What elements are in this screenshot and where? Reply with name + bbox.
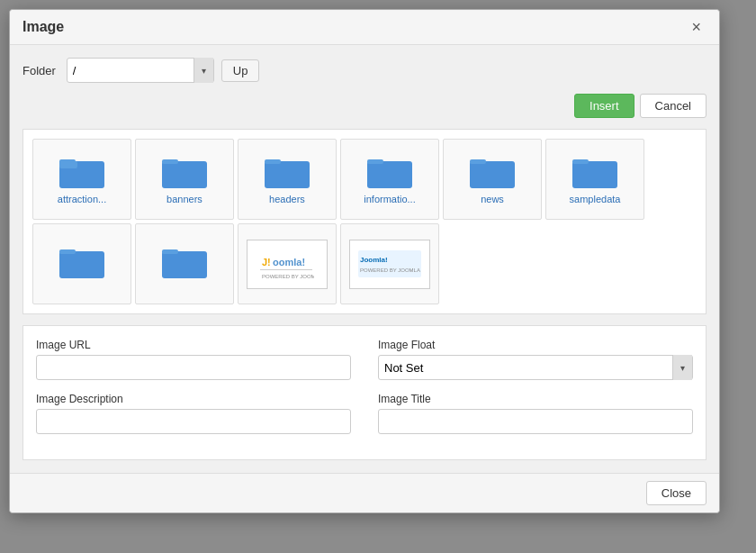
- folder-icon: [59, 154, 104, 190]
- list-item[interactable]: [32, 223, 131, 304]
- modal-title: Image: [22, 19, 64, 35]
- close-button[interactable]: Close: [646, 481, 706, 505]
- file-name: banners: [166, 194, 202, 204]
- folder-icon: [162, 154, 207, 190]
- folder-label: Folder: [22, 64, 56, 77]
- svg-rect-6: [265, 159, 281, 164]
- folder-icon: [162, 244, 207, 280]
- list-item[interactable]: J! oomla! POWERED BY JOOMLA: [238, 223, 337, 304]
- list-item[interactable]: [135, 223, 234, 304]
- file-name: attraction...: [58, 194, 106, 204]
- svg-rect-21: [358, 250, 421, 277]
- folder-icon: [265, 154, 310, 190]
- folder-icon: [572, 154, 617, 190]
- action-row: Insert Cancel: [22, 94, 706, 118]
- list-item[interactable]: banners: [135, 139, 234, 220]
- image-url-group: Image URL: [36, 339, 351, 380]
- svg-rect-3: [162, 161, 207, 188]
- image-url-label: Image URL: [36, 339, 351, 351]
- svg-rect-4: [162, 159, 178, 164]
- file-name: informatio...: [364, 194, 415, 204]
- svg-text:J!: J!: [262, 257, 271, 267]
- file-name: news: [481, 194, 504, 204]
- file-name: sampledata: [570, 194, 621, 204]
- svg-rect-8: [367, 159, 383, 164]
- image-float-select-wrap: Not Set Left Right None ▾: [378, 355, 693, 380]
- svg-rect-7: [367, 161, 412, 188]
- folder-icon: [367, 154, 412, 190]
- image-description-group: Image Description: [36, 393, 351, 434]
- insert-button[interactable]: Insert: [574, 94, 634, 118]
- modal-body: Folder ▾ Up Insert Cancel: [10, 45, 719, 473]
- list-item[interactable]: attraction...: [32, 139, 131, 220]
- image-float-group: Image Float Not Set Left Right None ▾: [378, 339, 693, 380]
- svg-rect-2: [59, 159, 76, 164]
- image-title-group: Image Title: [378, 393, 693, 434]
- svg-rect-16: [162, 249, 178, 254]
- bottom-section: Image URL Image Float Not Set Left Right…: [22, 325, 706, 460]
- cancel-button[interactable]: Cancel: [640, 94, 706, 118]
- modal-footer: Close: [10, 473, 719, 512]
- svg-text:POWERED BY JOOMLA: POWERED BY JOOMLA: [360, 267, 420, 273]
- modal-close-button[interactable]: ×: [686, 17, 706, 37]
- image-float-select[interactable]: Not Set Left Right None: [379, 356, 672, 379]
- list-item[interactable]: informatio...: [340, 139, 439, 220]
- form-row-1: Image URL Image Float Not Set Left Right…: [36, 339, 693, 380]
- image-url-input[interactable]: [36, 355, 351, 380]
- folder-icon: [470, 154, 515, 190]
- list-item[interactable]: Joomla! POWERED BY JOOMLA: [340, 223, 439, 304]
- file-name: headers: [269, 194, 305, 204]
- folder-bar: Folder ▾ Up: [22, 58, 706, 83]
- image-float-label: Image Float: [378, 339, 693, 351]
- svg-rect-13: [59, 251, 104, 278]
- list-item[interactable]: news: [443, 139, 542, 220]
- image-description-label: Image Description: [36, 393, 351, 405]
- svg-rect-14: [59, 249, 76, 254]
- up-button[interactable]: Up: [221, 59, 260, 82]
- folder-input-wrap: ▾: [67, 58, 214, 83]
- image-dialog: Image × Folder ▾ Up Insert Cancel: [9, 9, 720, 513]
- svg-rect-5: [265, 161, 310, 188]
- list-item[interactable]: sampledata: [545, 139, 644, 220]
- modal-header: Image ×: [10, 10, 719, 45]
- svg-text:Joomla!: Joomla!: [360, 256, 388, 264]
- form-row-2: Image Description Image Title: [36, 393, 693, 434]
- svg-rect-19: [260, 269, 312, 270]
- file-grid: attraction... banners: [22, 129, 706, 314]
- svg-rect-9: [470, 161, 515, 188]
- folder-dropdown-button[interactable]: ▾: [194, 58, 213, 83]
- list-item[interactable]: headers: [238, 139, 337, 220]
- svg-text:POWERED BY JOOMLA: POWERED BY JOOMLA: [262, 274, 314, 279]
- svg-rect-11: [572, 161, 617, 188]
- folder-icon: [59, 244, 104, 280]
- svg-text:oomla!: oomla!: [273, 257, 305, 267]
- image-title-label: Image Title: [378, 393, 693, 405]
- svg-rect-15: [162, 251, 207, 278]
- folder-input[interactable]: [68, 64, 194, 77]
- svg-rect-12: [572, 159, 589, 164]
- svg-rect-10: [470, 159, 486, 164]
- image-description-input[interactable]: [36, 409, 351, 434]
- select-arrow-icon: ▾: [672, 355, 692, 380]
- modal-overlay: Image × Folder ▾ Up Insert Cancel: [0, 0, 756, 553]
- image-title-input[interactable]: [378, 409, 693, 434]
